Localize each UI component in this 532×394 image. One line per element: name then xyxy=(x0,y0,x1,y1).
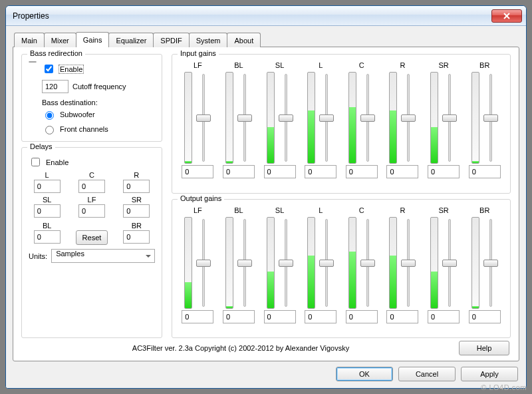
tab-about[interactable]: About xyxy=(227,33,261,47)
apply-button[interactable]: Apply xyxy=(461,367,518,381)
client-area: Main Mixer Gains Equalizer SPDIF System … xyxy=(6,26,526,388)
close-button[interactable] xyxy=(491,9,522,23)
input-gain-channel-r: R xyxy=(384,61,422,178)
output-gain-slider-l[interactable] xyxy=(319,217,334,309)
input-gain-value-r[interactable] xyxy=(386,165,418,178)
input-gain-slider-bl[interactable] xyxy=(237,72,252,164)
input-gain-slider-r[interactable] xyxy=(401,72,416,164)
output-gain-slider-bl[interactable] xyxy=(237,217,252,309)
bass-dest-front[interactable]: Front channels xyxy=(42,124,126,134)
input-gain-channel-sl: SL xyxy=(261,61,299,178)
input-gain-meter-l xyxy=(307,72,315,164)
output-gain-value-r[interactable] xyxy=(386,310,418,323)
delay-input-sl[interactable] xyxy=(34,204,61,218)
tab-spdif[interactable]: SPDIF xyxy=(153,33,189,47)
input-gain-meter-sr xyxy=(430,72,438,164)
input-gain-channel-bl: BL xyxy=(220,61,258,178)
output-gain-slider-r[interactable] xyxy=(401,217,416,309)
group-delays: Delays Enable LCRSLLFSR BL xyxy=(21,147,162,338)
output-gain-slider-br[interactable] xyxy=(483,217,498,309)
bass-dest-subwoofer-radio[interactable] xyxy=(45,111,54,120)
output-gain-value-l[interactable] xyxy=(305,310,336,323)
tab-mixer[interactable]: Mixer xyxy=(44,33,76,47)
cutoff-frequency-input[interactable] xyxy=(42,80,68,93)
input-gain-meter-r xyxy=(389,72,397,164)
output-gain-channel-bl: BL xyxy=(220,206,258,323)
tab-main[interactable]: Main xyxy=(14,33,45,47)
output-gain-value-bl[interactable] xyxy=(223,310,255,323)
units-select[interactable]: Samples xyxy=(51,249,155,263)
input-gain-meter-c xyxy=(348,72,356,164)
input-gain-slider-l[interactable] xyxy=(319,72,334,164)
input-gain-slider-lf[interactable] xyxy=(196,72,211,164)
delay-input-l[interactable] xyxy=(34,180,61,193)
cancel-button[interactable]: Cancel xyxy=(398,367,456,381)
input-gain-slider-sr[interactable] xyxy=(442,72,457,164)
input-gain-slider-c[interactable] xyxy=(360,72,375,164)
delay-input-r[interactable] xyxy=(123,180,150,193)
output-gains-legend: Output gains xyxy=(178,194,224,202)
output-gain-meter-sr xyxy=(430,217,438,309)
ok-button[interactable]: OK xyxy=(336,367,393,381)
delay-input-sr[interactable] xyxy=(123,204,150,218)
bass-dest-front-label: Front channels xyxy=(60,125,108,133)
bass-enable[interactable]: Enable xyxy=(42,63,126,75)
output-gain-meter-r xyxy=(389,217,397,309)
output-gain-value-br[interactable] xyxy=(469,310,501,323)
output-gain-channel-c: C xyxy=(343,206,381,323)
output-gain-value-lf[interactable] xyxy=(182,310,213,323)
reset-button[interactable]: Reset xyxy=(76,230,108,245)
output-gain-slider-lf[interactable] xyxy=(196,217,211,309)
input-gain-meter-br xyxy=(471,72,479,164)
tab-strip: Main Mixer Gains Equalizer SPDIF System … xyxy=(13,32,519,47)
input-gain-label-l: L xyxy=(319,61,323,71)
delay-br-input[interactable] xyxy=(123,230,150,244)
output-gain-meter-lf xyxy=(184,217,192,309)
bass-dest-front-radio[interactable] xyxy=(45,126,54,134)
delay-input-lf[interactable] xyxy=(78,204,105,218)
input-gain-slider-br[interactable] xyxy=(483,72,498,164)
output-gain-value-sl[interactable] xyxy=(264,310,296,323)
input-gain-slider-sl[interactable] xyxy=(279,72,293,164)
bass-dest-subwoofer[interactable]: Subwoofer xyxy=(42,109,126,120)
delay-input-c[interactable] xyxy=(78,180,105,193)
delays-enable-checkbox[interactable] xyxy=(31,158,40,166)
output-gain-channel-br: BR xyxy=(466,206,503,323)
tab-gains[interactable]: Gains xyxy=(76,32,110,47)
bass-enable-checkbox[interactable] xyxy=(45,65,53,73)
input-gain-channel-sr: SR xyxy=(425,61,463,178)
input-gains-legend: Input gains xyxy=(178,49,219,57)
input-gain-label-sr: SR xyxy=(438,61,448,71)
delay-cell-lf: LF xyxy=(73,196,110,218)
properties-dialog: Properties Main Mixer Gains Equalizer SP… xyxy=(5,5,527,389)
input-gain-label-bl: BL xyxy=(234,61,243,71)
tab-page-gains: Bass redirection Enable xyxy=(13,47,519,361)
input-gain-value-c[interactable] xyxy=(346,165,378,178)
input-gain-value-sl[interactable] xyxy=(264,165,296,178)
input-gain-value-br[interactable] xyxy=(469,165,501,178)
tab-equalizer[interactable]: Equalizer xyxy=(108,33,154,47)
delay-label-lf: LF xyxy=(88,196,96,204)
help-button[interactable]: Help xyxy=(459,341,509,355)
input-gain-label-r: R xyxy=(400,61,405,71)
output-gain-slider-c[interactable] xyxy=(360,217,375,309)
delay-bl-input[interactable] xyxy=(34,230,61,244)
input-gain-value-lf[interactable] xyxy=(182,165,213,178)
output-gain-meter-bl xyxy=(225,217,233,309)
delays-enable[interactable]: Enable xyxy=(29,156,155,168)
input-gain-value-l[interactable] xyxy=(305,165,336,178)
output-gain-value-c[interactable] xyxy=(346,310,378,323)
output-gain-value-sr[interactable] xyxy=(428,310,460,323)
output-gain-slider-sr[interactable] xyxy=(442,217,457,309)
output-gain-meter-br xyxy=(471,217,479,309)
close-icon xyxy=(503,13,510,19)
tab-system[interactable]: System xyxy=(189,33,228,47)
footer-row: AC3Filter ver. 2.3a Copyright (c) 2002-2… xyxy=(21,338,511,355)
output-gain-slider-sl[interactable] xyxy=(279,217,293,309)
input-gain-value-sr[interactable] xyxy=(428,165,460,178)
output-gain-channel-r: R xyxy=(384,206,422,323)
output-gain-channel-lf: LF xyxy=(179,206,217,323)
output-gain-channel-sr: SR xyxy=(425,206,463,323)
input-gain-value-bl[interactable] xyxy=(223,165,255,178)
output-gain-label-bl: BL xyxy=(234,206,243,216)
